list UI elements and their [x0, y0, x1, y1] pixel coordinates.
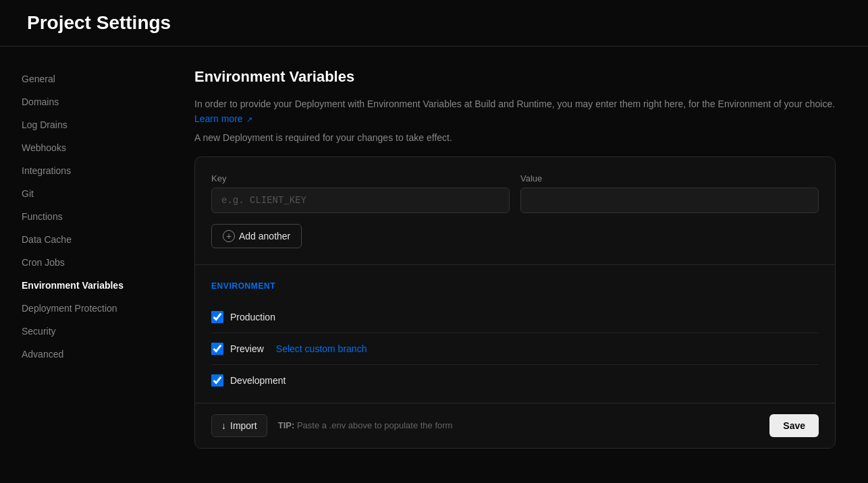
sidebar-item-integrations[interactable]: Integrations: [13, 160, 148, 181]
sidebar-item-log-drains[interactable]: Log Drains: [13, 114, 148, 136]
preview-checkbox[interactable]: [211, 343, 223, 355]
save-button[interactable]: Save: [769, 414, 819, 437]
import-icon: ↓: [221, 420, 226, 431]
value-field-group: Value: [520, 173, 819, 213]
sidebar-item-deployment-protection[interactable]: Deployment Protection: [13, 297, 148, 319]
preview-label: Preview: [230, 343, 264, 354]
sidebar-item-git[interactable]: Git: [13, 183, 148, 204]
plus-icon: +: [223, 230, 235, 242]
production-checkbox[interactable]: [211, 311, 223, 323]
learn-more-link[interactable]: Learn more ↗: [194, 113, 252, 124]
sidebar-item-domains[interactable]: Domains: [13, 91, 148, 113]
sidebar-item-data-cache[interactable]: Data Cache: [13, 229, 148, 250]
description-text: In order to provide your Deployment with…: [194, 96, 836, 127]
value-label: Value: [520, 173, 819, 183]
section-title: Environment Variables: [194, 68, 836, 86]
env-option-production: Production: [211, 302, 819, 333]
header: Project Settings: [0, 0, 868, 47]
card-footer: ↓ Import TIP: Paste a .env above to popu…: [195, 403, 835, 448]
add-another-button[interactable]: + Add another: [211, 224, 302, 248]
env-option-preview: Preview Select custom branch: [211, 333, 819, 365]
kv-row: Key Value: [211, 173, 819, 213]
tip-text: TIP: Paste a .env above to populate the …: [278, 420, 453, 430]
external-link-icon: ↗: [246, 115, 252, 123]
key-value-section: Key Value + Add another: [195, 157, 835, 265]
key-input[interactable]: [211, 188, 510, 213]
sidebar-item-environment-variables[interactable]: Environment Variables: [13, 275, 148, 296]
footer-left: ↓ Import TIP: Paste a .env above to popu…: [211, 414, 452, 437]
sidebar-item-advanced[interactable]: Advanced: [13, 343, 148, 365]
env-option-development: Development: [211, 365, 819, 387]
environment-section: Environment Production Preview Select cu…: [195, 265, 835, 403]
import-button[interactable]: ↓ Import: [211, 414, 267, 437]
sidebar-item-security[interactable]: Security: [13, 320, 148, 342]
layout: General Domains Log Drains Webhooks Inte…: [0, 47, 868, 481]
deployment-notice: A new Deployment is required for your ch…: [194, 132, 836, 143]
env-vars-card: Key Value + Add another Environment: [194, 157, 836, 449]
value-input[interactable]: [520, 188, 819, 213]
add-another-label: Add another: [239, 231, 290, 242]
development-label: Development: [230, 375, 286, 386]
production-label: Production: [230, 312, 275, 322]
select-custom-branch-link[interactable]: Select custom branch: [276, 343, 367, 354]
sidebar: General Domains Log Drains Webhooks Inte…: [0, 47, 162, 481]
key-field-group: Key: [211, 173, 510, 213]
page-title: Project Settings: [27, 12, 841, 34]
environment-label: Environment: [211, 281, 819, 291]
sidebar-item-webhooks[interactable]: Webhooks: [13, 137, 148, 159]
sidebar-item-cron-jobs[interactable]: Cron Jobs: [13, 252, 148, 273]
key-label: Key: [211, 173, 510, 183]
main-content: Environment Variables In order to provid…: [162, 47, 868, 481]
development-checkbox[interactable]: [211, 374, 223, 387]
sidebar-item-general[interactable]: General: [13, 68, 148, 90]
sidebar-item-functions[interactable]: Functions: [13, 206, 148, 227]
